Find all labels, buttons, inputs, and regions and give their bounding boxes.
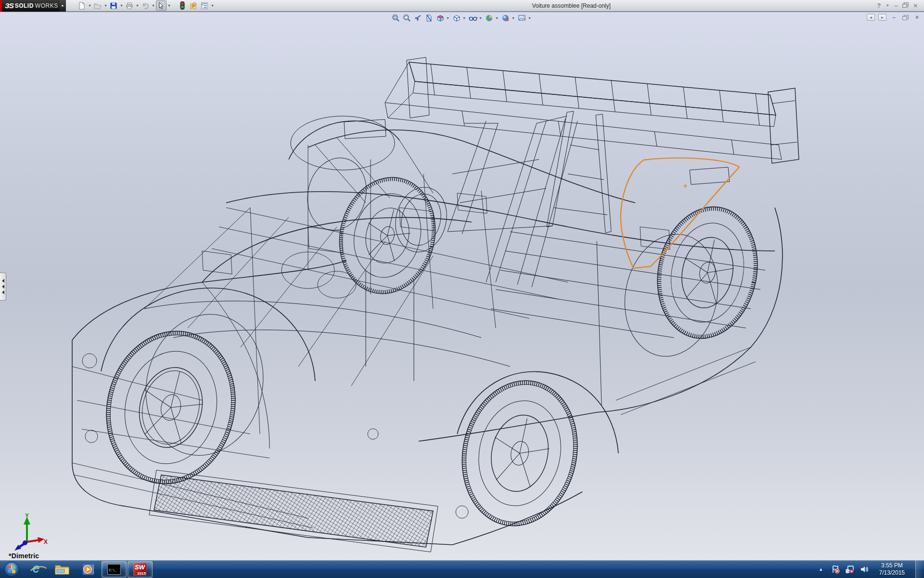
taskbar-item-solidworks[interactable]: SW 2015: [128, 561, 153, 578]
menu-expand-icon[interactable]: ▸: [60, 0, 66, 12]
section-view-button[interactable]: [424, 13, 434, 23]
restore-icon: [902, 2, 909, 8]
taskbar-item-media-player[interactable]: [76, 561, 101, 578]
solidworks-logo-bold: SOLID: [15, 2, 34, 9]
window-title: Voiture assomblee [Read-only]: [215, 2, 870, 9]
restore-button[interactable]: [902, 2, 909, 9]
show-desktop-button[interactable]: [915, 560, 922, 578]
apply-scene-button[interactable]: [500, 13, 511, 23]
collapse-arrow-icon: [2, 279, 4, 283]
zoom-to-area-button[interactable]: [402, 13, 412, 23]
dropdown-arrow-icon[interactable]: ▼: [512, 16, 516, 20]
graphics-viewport[interactable]: ▼ ▼ ▼ ▼ ▼: [0, 12, 924, 560]
selected-edge-highlight[interactable]: [621, 158, 739, 268]
help-button[interactable]: ?: [877, 2, 881, 9]
ie-ring-icon: [30, 565, 47, 572]
save-icon: [110, 2, 117, 10]
solidworks-app-icon: SW 2015: [133, 563, 147, 576]
minimize-button[interactable]: –: [894, 2, 898, 9]
dropdown-arrow-icon[interactable]: ▼: [462, 16, 467, 20]
dropdown-arrow-icon[interactable]: ▼: [495, 16, 500, 20]
solidworks-logo-light: WORKS: [35, 2, 58, 9]
network-status-icon[interactable]: [846, 565, 854, 574]
heads-up-view-toolbar: ▼ ▼ ▼ ▼ ▼: [391, 13, 532, 23]
clock-date: 7/13/2015: [879, 569, 905, 577]
svg-text:X: X: [44, 539, 48, 545]
triad-y-axis: Y: [24, 513, 30, 542]
taskbar-clock[interactable]: 3:55 PM 7/13/2015: [874, 562, 910, 577]
dropdown-arrow-icon[interactable]: ▼: [167, 0, 171, 11]
dropdown-arrow-icon[interactable]: ▼: [88, 0, 92, 11]
view-settings-button[interactable]: [517, 13, 527, 23]
triad-x-axis: X: [27, 537, 48, 545]
open-document-button[interactable]: [92, 0, 103, 11]
feature-manager-collapsed-tab[interactable]: [0, 273, 6, 301]
internet-explorer-icon: e: [32, 564, 39, 575]
reference-triad[interactable]: Y X: [7, 513, 48, 553]
undo-icon: [141, 2, 149, 10]
new-document-button[interactable]: [77, 0, 87, 11]
zoom-to-fit-button[interactable]: [391, 13, 401, 23]
close-button[interactable]: ×: [913, 2, 917, 9]
view-orientation-label: *Dimetric: [9, 552, 39, 560]
document-window-controls: ◄ ► – ×: [867, 14, 921, 21]
taskbar-item-windows-explorer[interactable]: [50, 561, 75, 578]
rebuild-button[interactable]: [177, 0, 188, 11]
hide-show-items-button[interactable]: [468, 13, 478, 23]
close-document-button[interactable]: ×: [913, 14, 921, 21]
select-button[interactable]: [156, 0, 167, 11]
print-icon: [126, 2, 133, 10]
new-document-icon: [78, 2, 86, 10]
wheel-rear-left[interactable]: [449, 370, 590, 537]
show-hidden-icons-button[interactable]: ▲: [817, 565, 825, 574]
next-document-button[interactable]: ►: [878, 14, 886, 21]
dropdown-arrow-icon[interactable]: ▼: [151, 0, 155, 11]
dropdown-arrow-icon[interactable]: ▼: [479, 16, 483, 20]
rear-wing[interactable]: [385, 57, 799, 163]
section-view-icon: [425, 14, 433, 22]
solidworks-logo: ЗS SOLIDWORKS: [0, 0, 60, 12]
taskbar-item-internet-explorer[interactable]: e: [24, 561, 49, 578]
print-button[interactable]: [124, 0, 135, 11]
file-properties-button[interactable]: [188, 0, 199, 11]
wheel-front-right[interactable]: [300, 152, 453, 304]
dropdown-arrow-icon[interactable]: ▼: [119, 0, 124, 11]
clock-time: 3:55 PM: [879, 562, 905, 569]
action-center-icon[interactable]: [831, 565, 840, 574]
zoom-to-area-icon: [403, 14, 411, 22]
media-player-icon: [81, 563, 95, 576]
edit-appearance-button[interactable]: [484, 13, 494, 23]
wheel-rear-right[interactable]: [614, 197, 769, 365]
rebuild-traffic-light-icon: [180, 1, 185, 10]
options-button[interactable]: [199, 0, 210, 11]
restore-document-button[interactable]: [901, 14, 910, 21]
view-orientation-button[interactable]: [435, 13, 445, 23]
display-style-button[interactable]: [451, 13, 462, 23]
previous-view-button[interactable]: [413, 13, 423, 23]
taskbar-item-command-prompt[interactable]: C:\_: [102, 561, 127, 578]
save-button[interactable]: [108, 0, 119, 11]
wireframe-car-model[interactable]: [0, 12, 924, 560]
collapse-arrow-icon: [2, 285, 4, 289]
wheel-front-left[interactable]: [90, 302, 278, 498]
dropdown-arrow-icon[interactable]: ▼: [210, 0, 215, 11]
open-folder-icon: [94, 2, 102, 10]
floor-grille: [149, 470, 438, 552]
svg-text:Y: Y: [25, 513, 29, 519]
previous-view-icon: [414, 14, 422, 22]
file-properties-icon: [190, 2, 198, 10]
options-list-icon: [201, 2, 208, 10]
dropdown-arrow-icon[interactable]: ▼: [446, 16, 450, 20]
previous-document-button[interactable]: ◄: [867, 14, 875, 21]
dropdown-arrow-icon[interactable]: ▼: [528, 16, 532, 20]
dropdown-arrow-icon[interactable]: ▼: [135, 0, 140, 11]
select-cursor-icon: [158, 2, 165, 9]
hide-show-items-glasses-icon: [469, 14, 477, 22]
volume-icon[interactable]: [860, 565, 869, 574]
dropdown-arrow-icon[interactable]: ▼: [103, 0, 108, 11]
help-dropdown-icon[interactable]: ▼: [886, 3, 889, 8]
start-button[interactable]: [0, 560, 23, 578]
edit-appearance-icon: [485, 14, 493, 22]
undo-button[interactable]: [140, 0, 151, 11]
minimize-document-button[interactable]: –: [890, 14, 898, 21]
